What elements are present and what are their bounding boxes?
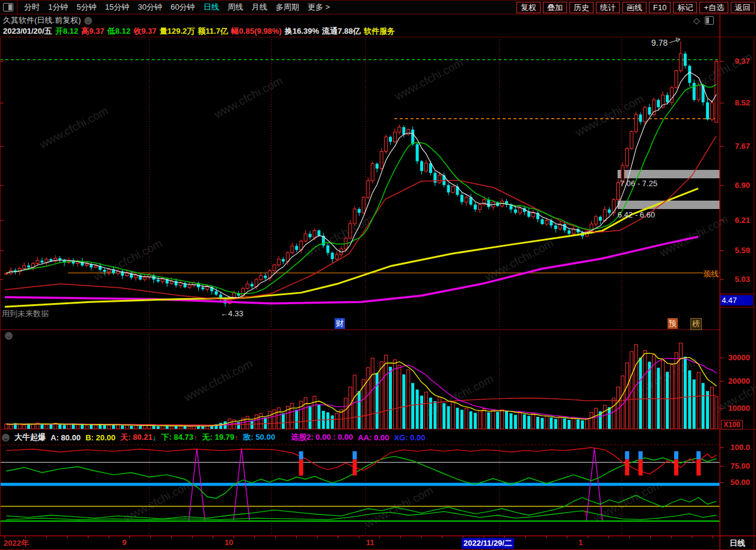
date-tick-label: 9 xyxy=(122,538,126,547)
date-tick-label: 10 xyxy=(225,538,233,547)
neckline-label: 颈线 xyxy=(703,269,719,280)
axis-label: 75.00 xyxy=(723,461,750,470)
axis-label: 20000 xyxy=(723,377,750,386)
axis-label: 8.52 xyxy=(723,98,750,107)
date-tick-label: 1 xyxy=(578,538,583,547)
indicator-param-0: 大牛起爆 xyxy=(14,432,46,443)
buy-signal-arrow-icon: ↑ xyxy=(583,508,588,518)
axis-label: 7.67 xyxy=(723,142,750,151)
axis-label: 50.00 xyxy=(723,478,750,487)
volume-unit-label: X100 xyxy=(721,420,743,430)
date-highlight[interactable]: 2022/11/29/二 xyxy=(462,538,514,549)
axis-label: 5.03 xyxy=(723,275,750,284)
axis-label: 6.90 xyxy=(723,181,750,190)
price-axis-bottom-value: 4.47 xyxy=(720,295,753,305)
axis-label: 30000 xyxy=(723,353,750,362)
axis-label: 5.59 xyxy=(723,246,750,255)
period-label: 日线 xyxy=(730,538,745,549)
indicator-arrow-4: ↑ xyxy=(193,433,197,442)
indicator-param-6: 敌: 50.00 xyxy=(243,432,275,443)
indicator-param-9: XG: 0.00 xyxy=(394,433,426,442)
indicator-arrow-3: ↓ xyxy=(152,433,156,442)
indicator-header: ⌄ 大牛起爆A: 80.00B: 20.00天: 80.21↓下: 84.73↑… xyxy=(0,431,720,444)
axis-label: 100.0 xyxy=(723,443,750,452)
indicator-param-3: 天: 80.21 xyxy=(120,432,152,443)
date-tick-label: 2022年 xyxy=(4,538,29,549)
indicator-param-7: 选股2: 0.00 : 0.00 xyxy=(291,432,353,443)
rank-tag[interactable]: 榜 xyxy=(690,318,702,330)
indicator-param-8: AA: 0.00 xyxy=(358,433,389,442)
indicator-param-4: 下: 84.73 xyxy=(161,432,193,443)
chart-canvas[interactable]: ↑ xyxy=(0,1,756,550)
axis-label: 9.37 xyxy=(723,57,750,66)
trading-app-window: www.cfchi.comwww.cfchi.comwww.cfchi.comw… xyxy=(0,0,756,550)
finance-tag[interactable]: 财 xyxy=(335,318,345,329)
indicator-param-5: 无: 19.79 xyxy=(202,432,234,443)
date-tick-label: 11 xyxy=(366,538,374,547)
axis-label: 6.21 xyxy=(723,216,750,225)
indicator-param-1: A: 80.00 xyxy=(51,433,81,442)
collapse-indicator-pane-icon[interactable]: ⌄ xyxy=(2,434,10,442)
high-price-annotation: 9.78 xyxy=(651,38,668,48)
indicator-param-2: B: 20.00 xyxy=(85,433,116,442)
collapse-volume-pane-icon[interactable]: ⌄ xyxy=(5,332,13,340)
resistance-band1-label: 7.06 - 7.25 xyxy=(620,179,657,188)
forecast-tag[interactable]: 预 xyxy=(668,318,678,329)
axis-label: 10000 xyxy=(723,404,750,413)
future-data-warning: 用到未来数据 xyxy=(2,308,49,319)
low-price-annotation: ←4.33 xyxy=(220,309,243,318)
resistance-band2-label: 6.42 - 6.60 xyxy=(618,210,655,219)
indicator-arrow-5: ↑ xyxy=(234,433,238,442)
